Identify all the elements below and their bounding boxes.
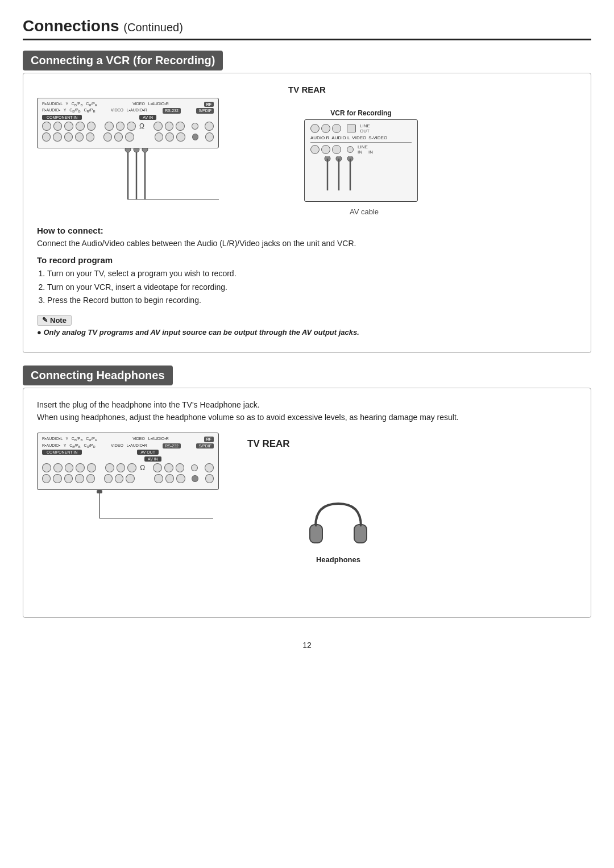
note-text: ● Only analog TV programs and AV input s… <box>37 328 359 337</box>
headphone-svg <box>304 495 372 552</box>
tv-rear-panel: R•AUDIO•L Y CB/PB CR/PR VIDEO L•AUDIO•R … <box>37 98 230 217</box>
headphones-intro: Insert the plug of the headphone into th… <box>37 398 577 424</box>
vcr-panel-label: VCR for Recording <box>304 109 418 117</box>
steps-list: Turn on your TV, select a program you wi… <box>47 267 577 308</box>
hp-diagram: R•AUDIO•L Y CB/PB CR/PR VIDEO L•AUDIO•R … <box>37 433 577 604</box>
section1-header: Connecting a VCR (for Recording) <box>23 51 223 70</box>
headphone-label: Headphones <box>316 555 360 564</box>
hp-cable-svg <box>43 490 213 604</box>
step-3: Press the Record button to begin recordi… <box>47 294 577 308</box>
svg-rect-26 <box>310 525 322 543</box>
to-record-heading: To record program <box>37 255 577 265</box>
note-icon: ✎ <box>42 316 48 324</box>
vcr-panel-wrapper: VCR for Recording LINE OUT <box>304 109 418 202</box>
how-to-connect-text: Connect the Audio/Video cables between t… <box>37 238 577 250</box>
section1-content-box: TV REAR R•AUDIO•L Y CB/PB CR/PR VIDEO L•… <box>23 73 591 353</box>
tv-vcr-cable-svg <box>48 148 219 217</box>
note-box: ✎ Note ● Only analog TV programs and AV … <box>37 315 359 337</box>
note-label-text: Note <box>50 316 67 325</box>
svg-point-4 <box>134 148 139 152</box>
hp-tv-panel-wrapper: R•AUDIO•L Y CB/PB CR/PR VIDEO L•AUDIO•R … <box>37 433 219 604</box>
page-number: 12 <box>23 641 591 650</box>
svg-rect-27 <box>354 525 367 543</box>
svg-line-28 <box>316 525 316 526</box>
tv-rear-label: TV REAR <box>37 85 577 94</box>
av-cable-label: AV cable <box>350 207 379 216</box>
page-title: Connections (Continued) <box>23 17 591 40</box>
how-to-connect-heading: How to connect: <box>37 226 577 235</box>
vcr-cable-svg <box>310 156 413 196</box>
section2-header: Connecting Headphones <box>23 366 173 385</box>
svg-point-5 <box>142 148 148 152</box>
step-2: Turn on your VCR, insert a videotape for… <box>47 281 577 294</box>
step-1: Turn on your TV, select a program you wi… <box>47 267 577 281</box>
section2-content-box: Insert the plug of the headphone into th… <box>23 388 591 618</box>
hp-tv-rear-label: TV REAR <box>247 438 372 450</box>
svg-rect-25 <box>97 490 102 493</box>
svg-line-29 <box>360 525 361 526</box>
vcr-diagram-area: R•AUDIO•L Y CB/PB CR/PR VIDEO L•AUDIO•R … <box>37 98 577 217</box>
svg-point-3 <box>125 148 131 152</box>
headphone-icon-area: Headphones <box>304 495 372 564</box>
